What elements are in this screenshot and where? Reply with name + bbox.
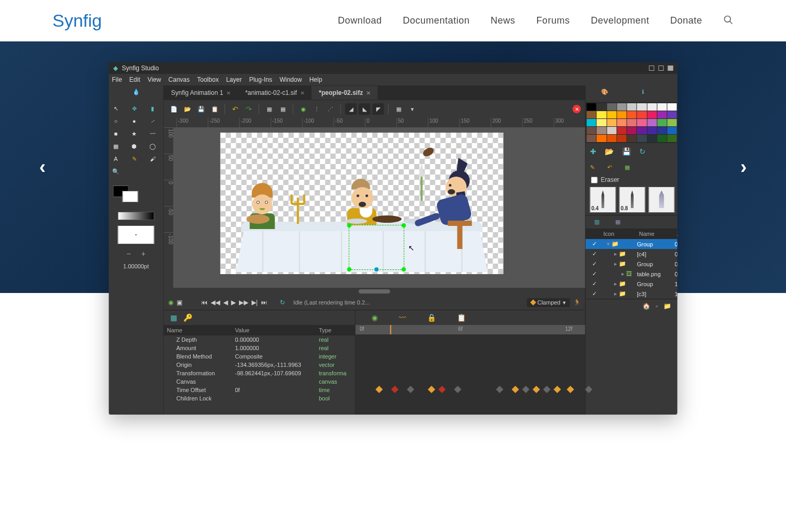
zoom-tool-icon[interactable]: 🔍: [111, 167, 121, 176]
timeline-track[interactable]: [356, 334, 585, 415]
layer-dup-icon[interactable]: 📋: [676, 302, 678, 310]
tab-close-icon[interactable]: ✕: [300, 90, 304, 96]
menu-help[interactable]: Help: [309, 76, 322, 83]
minimize-icon[interactable]: [649, 66, 654, 71]
color-swatch[interactable]: [627, 111, 637, 118]
close-panel-icon[interactable]: ✕: [573, 105, 581, 113]
next-frame-icon[interactable]: ▶▶: [239, 299, 248, 306]
param-row[interactable]: Canvascanvas: [164, 377, 355, 386]
color-swatch[interactable]: [637, 103, 647, 111]
background-color[interactable]: [123, 191, 138, 202]
gradient-tool-icon[interactable]: ▦: [111, 142, 121, 151]
new-file-icon[interactable]: 📄: [168, 103, 180, 115]
keyframe-icon[interactable]: [391, 386, 398, 393]
lock-icon[interactable]: 🔒: [427, 313, 436, 322]
color-swatch[interactable]: [668, 103, 677, 111]
move-tool-icon[interactable]: ✥: [129, 104, 139, 113]
brush-settings-icon[interactable]: ▦: [625, 164, 630, 171]
timetrack-icon[interactable]: ◉: [372, 313, 378, 322]
layer-row[interactable]: ✓▸ 📁Group1.000000: [586, 279, 678, 289]
loop-icon[interactable]: ↻: [280, 299, 285, 306]
color-swatch[interactable]: [647, 103, 657, 111]
keyframe-tab-icon[interactable]: 🔑: [183, 313, 192, 322]
layer-row[interactable]: ✓▸ 📁[c3]1.000000: [586, 289, 678, 299]
carousel-next-icon[interactable]: ›: [740, 156, 747, 178]
color-swatch[interactable]: [647, 127, 657, 134]
dropdown-icon[interactable]: ▾: [407, 103, 418, 115]
forward-icon[interactable]: ⏭: [261, 299, 267, 306]
color-swatch[interactable]: [597, 119, 606, 126]
color-swatch[interactable]: [617, 135, 626, 142]
tab-people[interactable]: *people-02.sifz✕: [312, 86, 378, 100]
layer-row[interactable]: ✓▸ 🖼table.png0.000000: [586, 269, 678, 279]
color-swatch[interactable]: [637, 119, 647, 126]
brush-increase-icon[interactable]: +: [141, 249, 146, 258]
load-palette-icon[interactable]: 📂: [605, 147, 614, 156]
record-icon[interactable]: ◉: [168, 299, 173, 306]
color-swatch[interactable]: [617, 111, 626, 118]
tab-animatic[interactable]: *animatic-02-c1.sif✕: [238, 86, 312, 100]
circle-tool-icon[interactable]: ○: [111, 116, 121, 126]
canvas-browser-icon[interactable]: ▦: [615, 219, 620, 225]
text-tool-icon[interactable]: A: [111, 154, 121, 164]
brush-tile-04[interactable]: 0.4: [590, 187, 616, 213]
save-icon[interactable]: 💾: [195, 103, 207, 115]
color-swatch[interactable]: [647, 119, 657, 126]
maximize-icon[interactable]: [659, 66, 664, 71]
param-row[interactable]: Z Depth0.000000real: [164, 335, 355, 344]
nav-news[interactable]: News: [490, 15, 515, 26]
menu-toolbox[interactable]: Toolbox: [197, 76, 219, 83]
color-swatch[interactable]: [657, 103, 667, 111]
reset-palette-icon[interactable]: ↻: [639, 147, 646, 156]
layer-home-icon[interactable]: 🏠: [642, 302, 650, 310]
next-key-icon[interactable]: ▶|: [252, 299, 258, 306]
color-swatch[interactable]: [668, 119, 677, 126]
rewind-icon[interactable]: ⏮: [201, 299, 208, 306]
menu-edit[interactable]: Edit: [129, 76, 140, 83]
nav-forums[interactable]: Forums: [536, 15, 570, 26]
color-swatch[interactable]: [607, 119, 616, 126]
bone-tool-icon[interactable]: ⟋: [148, 116, 157, 126]
mode3-icon[interactable]: ◤: [373, 103, 384, 115]
color-swatch[interactable]: [617, 119, 626, 126]
color-swatch[interactable]: [597, 127, 606, 134]
interpolation-dropdown[interactable]: Clamped ▾: [527, 298, 570, 307]
color-swatch[interactable]: [668, 127, 677, 134]
stop-icon[interactable]: ▣: [177, 299, 182, 306]
brush-checkbox[interactable]: [591, 177, 598, 183]
pencil-tool-icon[interactable]: ✎: [129, 154, 139, 164]
menu-file[interactable]: File: [112, 76, 122, 83]
color-swatch[interactable]: [627, 135, 637, 142]
new-palette-icon[interactable]: ✚: [590, 147, 596, 156]
snap2-icon[interactable]: ⋰: [325, 103, 336, 115]
bucket-tool-icon[interactable]: ▮: [148, 104, 157, 113]
color-swatch[interactable]: [587, 119, 596, 126]
color-swatch[interactable]: [597, 103, 606, 111]
canvas-viewport[interactable]: ↖: [173, 127, 585, 288]
param-row[interactable]: Blend MethodCompositeinteger: [164, 352, 355, 361]
color-swatch[interactable]: [617, 103, 626, 111]
color-swatch[interactable]: [587, 135, 596, 142]
pointer-tool-icon[interactable]: ↖: [111, 104, 121, 113]
tab-close-icon[interactable]: ✕: [366, 90, 370, 96]
prev-frame-icon[interactable]: ◀: [223, 299, 228, 306]
color-swatch[interactable]: [647, 135, 657, 142]
color-swatch[interactable]: [637, 127, 647, 134]
tab-animation1[interactable]: Synfig Animation 1✕: [164, 86, 238, 100]
fill-circle-icon[interactable]: ●: [129, 116, 139, 126]
menu-layer[interactable]: Layer: [226, 76, 242, 83]
nav-documentation[interactable]: Documentation: [403, 15, 470, 26]
color-swatch[interactable]: [657, 119, 667, 126]
brush-tool-icon[interactable]: 🖌: [148, 154, 157, 164]
timeline-ruler[interactable]: 0f 6f 12f: [356, 325, 585, 334]
color-swatch[interactable]: [607, 135, 616, 142]
palette-tab-icon[interactable]: 🎨: [601, 89, 612, 99]
carousel-prev-icon[interactable]: ‹: [39, 156, 46, 178]
spline-tool-icon[interactable]: 〰: [148, 129, 157, 138]
color-swatch[interactable]: [597, 111, 606, 118]
preview-icon[interactable]: ▦: [277, 103, 289, 115]
color-swatch[interactable]: [627, 127, 637, 134]
menu-canvas[interactable]: Canvas: [168, 76, 190, 83]
history-icon[interactable]: 📋: [457, 313, 466, 322]
color-swatch[interactable]: [637, 111, 647, 118]
